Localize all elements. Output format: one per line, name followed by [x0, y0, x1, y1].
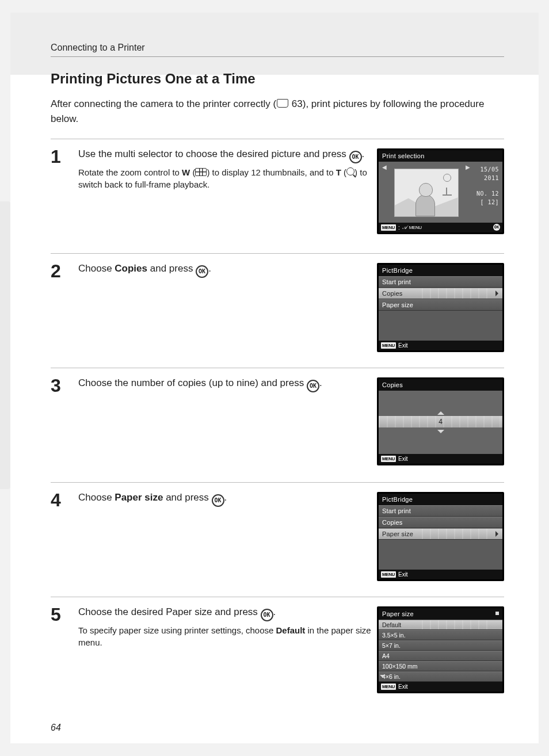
screen-paper-size-list: Paper size Default 3.5×5 in. 5×7 in. A4 …	[377, 606, 504, 693]
menu-item-start-print[interactable]: Start print	[379, 276, 502, 288]
photo-date-dm: 15/05	[471, 165, 499, 174]
ok-button-icon: OK	[349, 151, 362, 163]
screen-title: Copies	[379, 379, 502, 391]
paper-size-option[interactable]: 3.5×5 in.	[379, 630, 502, 640]
menu-chip-icon: MENU	[381, 684, 396, 690]
menu-chip-icon: MENU	[381, 342, 396, 349]
portrait-icon	[415, 183, 435, 216]
nav-right-arrow[interactable]: ▶	[464, 164, 471, 222]
menu-item-copies[interactable]: Copies	[379, 517, 502, 528]
screen-title: Print selection	[379, 150, 502, 162]
step-number: 4	[51, 491, 67, 581]
step-number: 1	[51, 147, 67, 237]
paper-size-option[interactable]: 100×150 mm	[379, 661, 502, 671]
screen-title: PictBridge	[379, 265, 502, 276]
step-number: 3	[51, 376, 67, 466]
menu-chip-icon: MENU	[381, 224, 396, 231]
exit-label: Exit	[398, 456, 408, 462]
paper-size-option[interactable]: 5×7 in.	[379, 640, 502, 651]
ok-button-icon: OK	[212, 494, 224, 507]
ok-chip-icon: OK	[493, 224, 500, 231]
step-detail: To specify paper size using printer sett…	[78, 624, 372, 648]
screen-title: Paper size	[379, 608, 502, 620]
step-5: 5 Choose the desired Paper size and pres…	[51, 597, 504, 719]
screen-pictbridge-papersize: PictBridge Start print Copies Paper size…	[377, 492, 504, 581]
exit-label: Exit	[398, 684, 408, 690]
ok-button-icon: OK	[196, 265, 208, 278]
sun-icon	[443, 174, 451, 182]
menu-chip-icon: MENU	[381, 571, 396, 578]
paper-size-option[interactable]: 4×6 in.	[379, 671, 502, 682]
step-instruction: Choose Copies and press OK.	[78, 262, 372, 276]
photo-count: [ 12]	[471, 198, 499, 207]
step-instruction: Use the multi selector to choose the des…	[78, 147, 372, 162]
page-title: Printing Pictures One at a Time	[51, 71, 504, 87]
intro-text-a: After connecting the camera to the print…	[51, 98, 276, 109]
page-header-breadcrumb: Connecting to a Printer	[51, 29, 504, 57]
photo-number: NO. 12	[471, 189, 499, 198]
manual-ref-icon	[277, 99, 288, 108]
manual-page: Connecting to a Printer Connecting to Te…	[10, 13, 539, 743]
page-number: 64	[51, 723, 61, 733]
section-side-tab: Connecting to Televisions, Computers and…	[0, 201, 10, 489]
ok-button-icon: OK	[261, 609, 273, 621]
step-instruction: Choose Paper size and press OK.	[78, 491, 372, 505]
photo-metadata: 15/05 2011 NO. 12 [ 12]	[471, 164, 500, 222]
nav-left-arrow[interactable]: ◀	[381, 164, 388, 222]
scrollbar-thumb-icon	[495, 612, 499, 615]
paper-size-option-default[interactable]: Default	[379, 620, 502, 630]
menu-item-paper-size[interactable]: Paper size	[379, 528, 502, 540]
screen-title: PictBridge	[379, 494, 502, 505]
screen-pictbridge-copies: PictBridge Start print Copies Paper size…	[377, 263, 504, 352]
ok-button-icon: OK	[307, 380, 319, 392]
boat-icon	[444, 188, 450, 196]
magnify-icon	[346, 167, 354, 175]
menu-item-copies[interactable]: Copies	[379, 288, 502, 299]
paper-size-option[interactable]: A4	[379, 651, 502, 661]
copies-value: 4	[379, 416, 502, 427]
decrement-arrow[interactable]	[437, 430, 444, 437]
step-number: 2	[51, 262, 67, 352]
exit-label: Exit	[398, 342, 408, 349]
thumbnail-grid-icon	[195, 168, 207, 176]
screen-print-selection: Print selection ◀ ▶ 15/05	[377, 148, 504, 234]
step-1: 1 Use the multi selector to choose the d…	[51, 139, 504, 253]
step-instruction: Choose the desired Paper size and press …	[78, 605, 372, 620]
exit-label: Exit	[398, 571, 408, 578]
photo-date-y: 2011	[471, 174, 499, 182]
intro-paragraph: After connecting the camera to the print…	[51, 97, 504, 126]
scroll-down-arrow[interactable]	[380, 675, 386, 681]
section-side-tab-label: Connecting to Televisions, Computers and…	[0, 201, 1, 377]
increment-arrow[interactable]	[437, 408, 444, 415]
menu-item-paper-size[interactable]: Paper size	[379, 299, 502, 311]
menu-item-start-print[interactable]: Start print	[379, 505, 502, 517]
steps-list: 1 Use the multi selector to choose the d…	[51, 139, 504, 719]
step-number: 5	[51, 605, 67, 703]
step-3: 3 Choose the number of copies (up to nin…	[51, 368, 504, 482]
screen-copies-spinner: Copies 4 MENU Exit	[377, 377, 504, 465]
step-instruction: Choose the number of copies (up to nine)…	[78, 376, 372, 391]
photo-thumbnail[interactable]	[394, 169, 459, 217]
step-4: 4 Choose Paper size and press OK. PictBr…	[51, 482, 504, 597]
step-2: 2 Choose Copies and press OK. PictBridge…	[51, 253, 504, 368]
step-detail: Rotate the zoom control to W () to displ…	[78, 166, 372, 190]
menu-chip-icon: MENU	[381, 456, 396, 462]
